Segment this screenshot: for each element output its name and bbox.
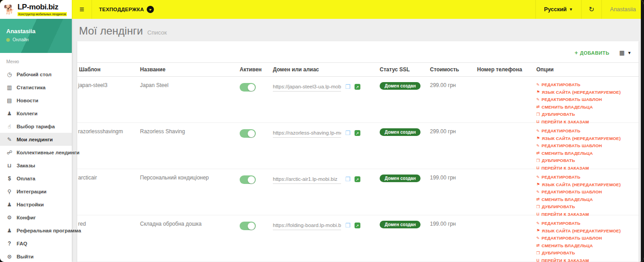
option-change-owner-link[interactable]: ⇄СМЕНИТЬ ВЛАДЕЛЬЦА bbox=[536, 243, 637, 248]
pencil-icon: ✎ bbox=[6, 136, 13, 143]
table-row: razorlessshavingm Razorless Shaving ❐ ↗ … bbox=[77, 123, 639, 169]
power-icon: ⊙ bbox=[6, 253, 13, 260]
external-link-icon[interactable]: ↗ bbox=[355, 130, 360, 136]
username[interactable]: Anastasiia bbox=[601, 0, 644, 19]
active-toggle[interactable] bbox=[240, 222, 256, 230]
options-cell: ✎РЕДАКТИРОВАТЬ⚑ЯЗЫК САЙТА (НЕРЕДАКТИРУЕМ… bbox=[535, 169, 639, 219]
option-site-language-link[interactable]: ⚑ЯЗЫК САЙТА (НЕРЕДАКТИРУЕМОЕ) bbox=[536, 182, 637, 187]
sidebar-item-logout[interactable]: ⊙Выйти bbox=[0, 250, 72, 262]
option-edit-link[interactable]: ✎РЕДАКТИРОВАТЬ bbox=[536, 221, 637, 226]
copy-icon[interactable]: ❐ bbox=[345, 176, 350, 182]
option-edit-template-link[interactable]: ✎РЕДАКТИРОВАТЬ ШАБЛОН bbox=[536, 97, 637, 102]
sidebar-item-orders[interactable]: ⊔Заказы bbox=[0, 159, 72, 172]
active-toggle[interactable] bbox=[240, 175, 256, 184]
users-icon: ♟ bbox=[6, 110, 13, 117]
external-link-icon[interactable]: ↗ bbox=[355, 176, 360, 182]
duplicate-icon: ❐ bbox=[536, 205, 540, 209]
template-cell: razorlessshavingm bbox=[77, 123, 139, 173]
sidebar-item-tariff[interactable]: ☝Выбор тарифа bbox=[0, 120, 72, 133]
domain-input[interactable] bbox=[273, 84, 341, 92]
sidebar-item-payment[interactable]: $Оплата bbox=[0, 172, 72, 185]
exchange-icon: ⇄ bbox=[536, 243, 540, 248]
price-cell: 199.00 грн bbox=[429, 215, 476, 262]
edit-icon: ✎ bbox=[536, 221, 540, 226]
option-duplicate-link[interactable]: ❐ДУБЛИРОВАТЬ bbox=[536, 112, 637, 117]
sidebar: Anastasiia Онлайн Меню ◷Рабочий стол ▥Ст… bbox=[0, 19, 72, 262]
plug-icon: ⚲ bbox=[6, 188, 13, 195]
ssl-status-badge: Домен создан bbox=[380, 82, 421, 90]
menu-toggle-button[interactable]: ≡ bbox=[72, 0, 92, 19]
sidebar-item-settings[interactable]: ♟Настройки bbox=[0, 198, 72, 211]
domain-input[interactable] bbox=[273, 223, 341, 230]
option-site-language-link[interactable]: ⚑ЯЗЫК САЙТА (НЕРЕДАКТИРУЕМОЕ) bbox=[536, 90, 637, 95]
edit-icon: ✎ bbox=[536, 97, 540, 102]
logo[interactable]: 🐕 LP-mobi.biz Конструктор мобильных ленд… bbox=[0, 0, 72, 19]
external-link-icon[interactable]: ↗ bbox=[355, 84, 360, 90]
option-change-owner-link[interactable]: ⇄СМЕНИТЬ ВЛАДЕЛЬЦА bbox=[536, 105, 637, 109]
option-edit-template-link[interactable]: ✎РЕДАКТИРОВАТЬ ШАБЛОН bbox=[536, 189, 637, 194]
support-button[interactable]: ТЕХПОДДЕРЖКА ➤ bbox=[92, 0, 161, 19]
phone-cell bbox=[476, 215, 535, 262]
option-edit-template-link[interactable]: ✎РЕДАКТИРОВАТЬ ШАБЛОН bbox=[536, 236, 637, 240]
external-link-icon[interactable]: ↗ bbox=[355, 223, 360, 228]
option-duplicate-link[interactable]: ❐ДУБЛИРОВАТЬ bbox=[536, 204, 637, 209]
scrollbar[interactable] bbox=[641, 0, 644, 262]
sidebar-item-faq[interactable]: ?FAQ bbox=[0, 237, 72, 250]
active-toggle[interactable] bbox=[240, 83, 256, 92]
sidebar-item-collective-landings[interactable]: ☍Коллективные лендинги bbox=[0, 146, 72, 159]
menu-section-label: Меню bbox=[0, 53, 72, 68]
phone-cell bbox=[476, 77, 535, 127]
sidebar-item-statistics[interactable]: ▥Статистика bbox=[0, 81, 72, 94]
table-view-selector[interactable]: ▦ ▼ bbox=[619, 49, 631, 56]
header-phone: Номер телефона bbox=[476, 63, 535, 76]
domain-input[interactable] bbox=[273, 130, 341, 138]
copy-icon[interactable]: ❐ bbox=[345, 130, 350, 136]
option-change-owner-link[interactable]: ⇄СМЕНИТЬ ВЛАДЕЛЬЦА bbox=[536, 197, 637, 202]
active-toggle[interactable] bbox=[240, 129, 256, 138]
option-edit-link[interactable]: ✎РЕДАКТИРОВАТЬ bbox=[536, 175, 637, 179]
options-cell: ✎РЕДАКТИРОВАТЬ⚑ЯЗЫК САЙТА (НЕРЕДАКТИРУЕМ… bbox=[535, 77, 639, 127]
language-dropdown[interactable]: Русский ▼ bbox=[535, 0, 581, 19]
domain-input[interactable] bbox=[273, 176, 341, 184]
online-status-icon bbox=[6, 38, 10, 42]
header-template: Шаблон bbox=[77, 63, 139, 76]
sidebar-item-referral[interactable]: ♟Реферальная программа bbox=[0, 224, 72, 237]
option-site-language-link[interactable]: ⚑ЯЗЫК САЙТА (НЕРЕДАКТИРУЕМОЕ) bbox=[536, 136, 637, 141]
option-site-language-link[interactable]: ⚑ЯЗЫК САЙТА (НЕРЕДАКТИРУЕМОЕ) bbox=[536, 228, 637, 233]
refresh-icon: ↻ bbox=[589, 5, 595, 13]
user-plus-icon: ♟ bbox=[6, 227, 13, 234]
language-icon: ⚑ bbox=[536, 182, 540, 187]
sidebar-item-integrations[interactable]: ⚲Интеграции bbox=[0, 185, 72, 198]
dog-logo-icon: 🐕 bbox=[4, 5, 15, 14]
online-status-label: Онлайн bbox=[13, 37, 29, 42]
option-change-owner-link[interactable]: ⇄СМЕНИТЬ ВЛАДЕЛЬЦА bbox=[536, 151, 637, 156]
sidebar-item-news[interactable]: ▤Новости bbox=[0, 94, 72, 107]
sidebar-item-colleagues[interactable]: ♟Коллеги bbox=[0, 107, 72, 120]
copy-icon[interactable]: ❐ bbox=[345, 223, 350, 228]
dollar-icon: $ bbox=[6, 175, 13, 182]
price-cell: 299.00 грн bbox=[429, 123, 476, 173]
duplicate-icon: ❐ bbox=[536, 112, 540, 117]
add-button[interactable]: + ДОБАВИТЬ bbox=[574, 49, 609, 56]
sidebar-item-my-landings[interactable]: ✎Мои лендинги bbox=[0, 133, 72, 146]
option-edit-link[interactable]: ✎РЕДАКТИРОВАТЬ bbox=[536, 128, 637, 133]
header-active: Активен bbox=[239, 63, 272, 76]
option-edit-template-link[interactable]: ✎РЕДАКТИРОВАТЬ ШАБЛОН bbox=[536, 143, 637, 148]
language-label: Русский bbox=[544, 6, 567, 13]
copy-icon[interactable]: ❐ bbox=[345, 84, 350, 90]
sidebar-item-dashboard[interactable]: ◷Рабочий стол bbox=[0, 68, 72, 81]
plus-icon: + bbox=[574, 49, 578, 56]
chevron-down-icon: ▼ bbox=[627, 51, 631, 55]
exchange-icon: ⇄ bbox=[536, 105, 540, 109]
template-cell: japan-steel3 bbox=[77, 77, 139, 127]
option-duplicate-link[interactable]: ❐ДУБЛИРОВАТЬ bbox=[536, 250, 637, 255]
option-edit-link[interactable]: ✎РЕДАКТИРОВАТЬ bbox=[536, 82, 637, 87]
support-label: ТЕХПОДДЕРЖКА bbox=[99, 7, 144, 12]
hamburger-icon: ≡ bbox=[79, 5, 84, 14]
edit-icon: ✎ bbox=[536, 129, 540, 133]
option-duplicate-link[interactable]: ❐ДУБЛИРОВАТЬ bbox=[536, 158, 637, 163]
sidebar-item-config[interactable]: ⚙Конфиг bbox=[0, 211, 72, 224]
edit-icon: ✎ bbox=[536, 83, 540, 87]
refresh-button[interactable]: ↻ bbox=[581, 0, 602, 19]
header-options: Опции bbox=[535, 63, 639, 76]
